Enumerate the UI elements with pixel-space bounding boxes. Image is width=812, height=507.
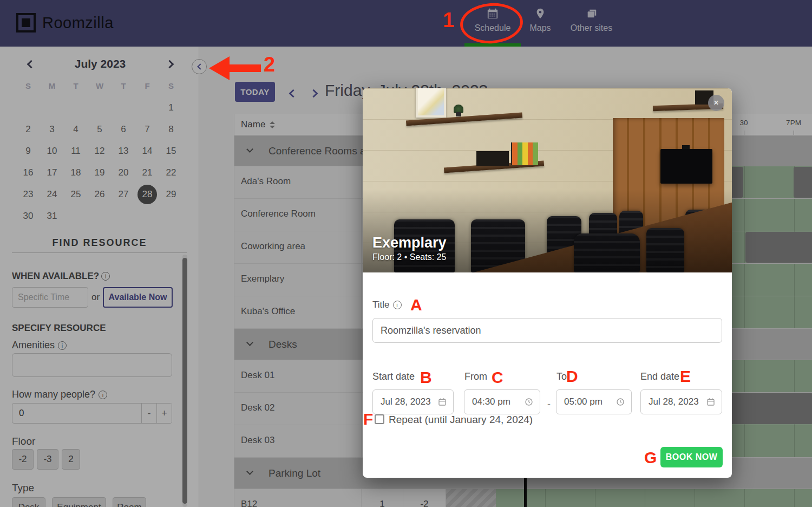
- calendar-month-title: July 2023: [43, 57, 157, 70]
- calendar-day[interactable]: 15: [161, 141, 181, 161]
- increment-button[interactable]: +: [156, 404, 172, 423]
- calendar-day[interactable]: 16: [18, 163, 38, 183]
- next-day-button[interactable]: [307, 88, 319, 100]
- row-name: Desk 01: [234, 360, 361, 392]
- chevron-left-icon: [197, 63, 203, 69]
- calendar-day[interactable]: 2: [18, 120, 38, 139]
- today-button[interactable]: TODAY: [235, 82, 275, 102]
- booking-block[interactable]: [794, 167, 812, 198]
- calendar-day[interactable]: 26: [90, 185, 109, 204]
- calendar-day[interactable]: 4: [66, 120, 86, 139]
- table-row-b12[interactable]: B12 1 -2: [234, 489, 812, 507]
- calendar-day[interactable]: 14: [137, 141, 157, 161]
- nav-item-maps[interactable]: Maps: [526, 8, 554, 40]
- repeat-checkbox[interactable]: [375, 414, 384, 424]
- calendar-day[interactable]: 10: [42, 141, 62, 161]
- calendar-prev-month-button[interactable]: [24, 57, 38, 72]
- calendar-day[interactable]: 9: [18, 141, 38, 161]
- nav-label-other-sites: Other sites: [571, 23, 612, 33]
- row-name: Desk 02: [234, 393, 361, 425]
- calendar-day[interactable]: 25: [66, 185, 86, 204]
- calendar-day[interactable]: 19: [90, 163, 109, 183]
- calendar-day-selected[interactable]: 28: [137, 185, 157, 204]
- specify-resource-label: SPECIFY RESOURCE: [12, 323, 106, 334]
- calendar-day[interactable]: 8: [161, 120, 181, 139]
- calendar-day[interactable]: 20: [114, 163, 133, 183]
- calendar-icon: [706, 398, 715, 406]
- brand-name: Roomzilla: [42, 14, 114, 32]
- info-icon[interactable]: [101, 272, 110, 281]
- divider: [12, 252, 187, 253]
- to-time-field[interactable]: 05:00 pm: [556, 389, 632, 414]
- or-label: or: [91, 292, 100, 303]
- specific-time-input[interactable]: [12, 287, 88, 308]
- info-icon[interactable]: [393, 301, 402, 309]
- reservation-title-input[interactable]: [372, 318, 722, 343]
- calendar-day[interactable]: 7: [137, 120, 157, 139]
- start-date-field[interactable]: Jul 28, 2023: [372, 389, 454, 414]
- row-timeline[interactable]: [446, 489, 812, 507]
- calendar-grid: 1 2 3 4 5 6 7 8 9 10 11 12 13 14 15 16 1…: [16, 98, 183, 226]
- calendar-day[interactable]: 13: [114, 141, 133, 161]
- calendar-day[interactable]: 3: [42, 120, 62, 139]
- from-time-field[interactable]: 04:30 pm: [464, 389, 540, 414]
- row-name: Desk 03: [234, 425, 361, 457]
- calendar-day[interactable]: 22: [161, 163, 181, 183]
- chevron-right-icon: [165, 60, 174, 68]
- group-label: Desks: [269, 339, 297, 350]
- group-label: Parking Lot: [269, 467, 320, 479]
- nav-item-other-sites[interactable]: Other sites: [566, 8, 617, 40]
- calendar-day[interactable]: 30: [18, 206, 38, 226]
- sidebar-scrollbar-thumb[interactable]: [182, 258, 187, 504]
- floor-option-minus2[interactable]: -2: [12, 449, 34, 470]
- time-label-30: 30: [739, 119, 748, 127]
- calendar-day[interactable]: 11: [66, 141, 86, 161]
- calendar-day[interactable]: 21: [137, 163, 157, 183]
- booking-block[interactable]: [745, 232, 812, 263]
- calendar-day[interactable]: 24: [42, 185, 62, 204]
- calendar-day[interactable]: 1: [161, 98, 181, 118]
- available-now-button[interactable]: Available Now: [103, 287, 173, 308]
- type-option-equipment[interactable]: Equipment: [52, 497, 106, 507]
- floor-option-minus3[interactable]: -3: [37, 449, 58, 470]
- chevron-left-icon: [27, 60, 35, 68]
- calendar-day[interactable]: 23: [18, 185, 38, 204]
- floor-option-2[interactable]: 2: [62, 449, 80, 470]
- calendar-day[interactable]: 29: [161, 185, 181, 204]
- brand-logo[interactable]: Roomzilla: [16, 13, 114, 32]
- type-option-desk[interactable]: Desk: [12, 497, 45, 507]
- book-now-button[interactable]: BOOK NOW: [660, 447, 723, 467]
- prev-day-button[interactable]: [287, 88, 299, 100]
- time-label-7pm: 7PM: [786, 119, 801, 127]
- info-icon[interactable]: [58, 341, 67, 350]
- calendar-day[interactable]: 12: [90, 141, 109, 161]
- calendar-day[interactable]: 17: [42, 163, 62, 183]
- calendar-day[interactable]: 6: [114, 120, 133, 139]
- amenities-input[interactable]: [12, 353, 172, 377]
- end-date-label: End date: [640, 371, 679, 382]
- row-name: Coworking area: [234, 231, 361, 263]
- group-label: Conference Rooms ar: [269, 145, 369, 157]
- annotation-b: B: [420, 368, 432, 387]
- map-pin-icon: [534, 8, 546, 20]
- copy-icon: [586, 8, 598, 20]
- nav-label-maps: Maps: [529, 23, 551, 33]
- end-date-field[interactable]: Jul 28, 2023: [640, 389, 722, 414]
- floor-label: Floor: [12, 435, 35, 447]
- calendar-day[interactable]: 27: [114, 185, 133, 204]
- app-window: Roomzilla Schedule Maps Other sites July…: [0, 0, 812, 507]
- calendar-day-headers: S M T W T F S: [16, 81, 183, 90]
- type-option-room[interactable]: Room: [113, 497, 146, 507]
- calendar-day[interactable]: 31: [42, 206, 62, 226]
- sidebar-collapse-button[interactable]: [192, 59, 207, 74]
- dow-label: S: [159, 81, 183, 90]
- info-icon[interactable]: [99, 391, 107, 399]
- calendar-day[interactable]: 18: [66, 163, 86, 183]
- name-column-header[interactable]: Name: [241, 119, 275, 130]
- decrement-button[interactable]: -: [141, 404, 156, 423]
- close-icon[interactable]: ×: [708, 95, 724, 111]
- chevron-left-icon: [289, 89, 297, 98]
- calendar-day[interactable]: 5: [90, 120, 109, 139]
- time-range-dash: -: [547, 399, 551, 410]
- calendar-next-month-button[interactable]: [162, 57, 176, 72]
